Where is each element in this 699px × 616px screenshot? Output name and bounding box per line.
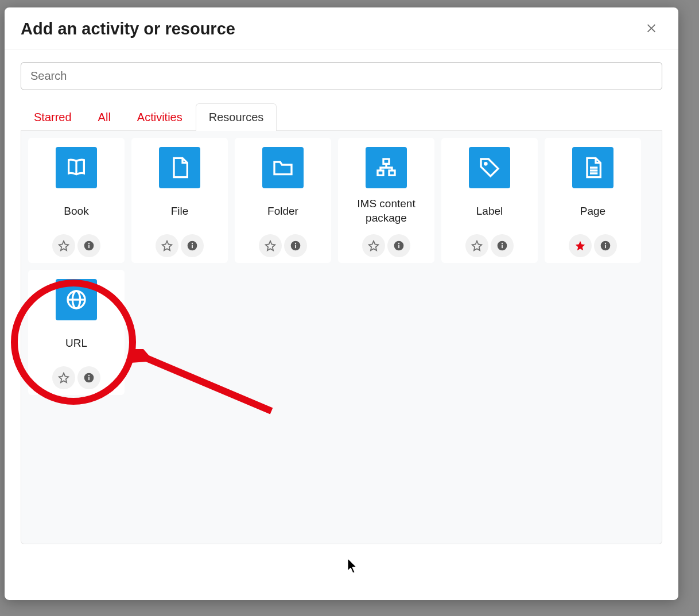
svg-rect-1 (88, 245, 90, 248)
resource-label: Book (64, 204, 88, 219)
svg-rect-13 (398, 245, 399, 248)
svg-point-5 (192, 243, 193, 244)
svg-point-2 (88, 243, 90, 244)
search-input[interactable] (21, 62, 662, 90)
file-icon (159, 147, 200, 188)
resource-card-file[interactable]: File (131, 138, 228, 263)
resource-card-folder[interactable]: Folder (235, 138, 331, 263)
svg-rect-25 (88, 377, 90, 380)
resource-card-label[interactable]: Label (441, 138, 538, 263)
modal-body: Starred All Activities Resources Book (5, 49, 678, 600)
tab-all[interactable]: All (85, 103, 124, 131)
info-button[interactable] (594, 234, 617, 257)
star-button[interactable] (259, 234, 282, 257)
star-button[interactable] (52, 234, 75, 257)
svg-rect-20 (605, 245, 606, 248)
resource-card-ims[interactable]: IMS content package (338, 138, 434, 263)
star-button[interactable] (362, 234, 385, 257)
info-button[interactable] (284, 234, 307, 257)
activity-chooser-modal: Add an activity or resource Starred All … (5, 7, 678, 600)
ims-icon (366, 147, 407, 188)
svg-point-18 (502, 243, 503, 244)
book-icon (56, 147, 97, 188)
star-button[interactable] (465, 234, 488, 257)
resource-label: IMS content package (344, 197, 429, 225)
label-icon (469, 147, 510, 188)
resources-grid: Book File (28, 138, 655, 395)
tab-starred[interactable]: Starred (21, 103, 85, 131)
tab-resources[interactable]: Resources (196, 103, 277, 131)
resource-label: Page (580, 204, 605, 219)
svg-rect-10 (378, 171, 383, 175)
resource-label: File (171, 204, 189, 219)
page-icon (572, 147, 613, 188)
resource-card-page[interactable]: Page (545, 138, 641, 263)
svg-point-21 (605, 243, 606, 244)
svg-rect-9 (383, 159, 389, 164)
star-button[interactable] (569, 234, 592, 257)
info-button[interactable] (181, 234, 204, 257)
svg-rect-4 (192, 245, 193, 248)
resource-card-book[interactable]: Book (28, 138, 125, 263)
folder-icon (262, 147, 304, 188)
close-button[interactable] (640, 19, 662, 38)
resources-panel: Book File (21, 131, 662, 544)
star-button[interactable] (156, 234, 178, 257)
star-button[interactable] (52, 366, 75, 389)
svg-rect-17 (502, 245, 503, 248)
modal-header: Add an activity or resource (5, 7, 678, 49)
close-icon (645, 21, 658, 34)
tabs: Starred All Activities Resources (21, 103, 662, 131)
svg-rect-11 (389, 171, 395, 175)
info-button[interactable] (387, 234, 410, 257)
svg-point-15 (484, 162, 487, 165)
resource-label: Label (476, 204, 503, 219)
globe-icon (56, 279, 97, 320)
svg-point-14 (398, 243, 399, 244)
svg-point-26 (88, 375, 90, 376)
info-button[interactable] (491, 234, 514, 257)
resource-label: Folder (267, 204, 298, 219)
svg-point-8 (295, 243, 296, 244)
resource-label: URL (65, 336, 87, 351)
tab-activities[interactable]: Activities (124, 103, 196, 131)
info-button[interactable] (77, 234, 100, 257)
svg-rect-7 (295, 245, 296, 248)
modal-title: Add an activity or resource (21, 20, 235, 38)
info-button[interactable] (77, 366, 100, 389)
resource-card-url[interactable]: URL (28, 270, 125, 395)
